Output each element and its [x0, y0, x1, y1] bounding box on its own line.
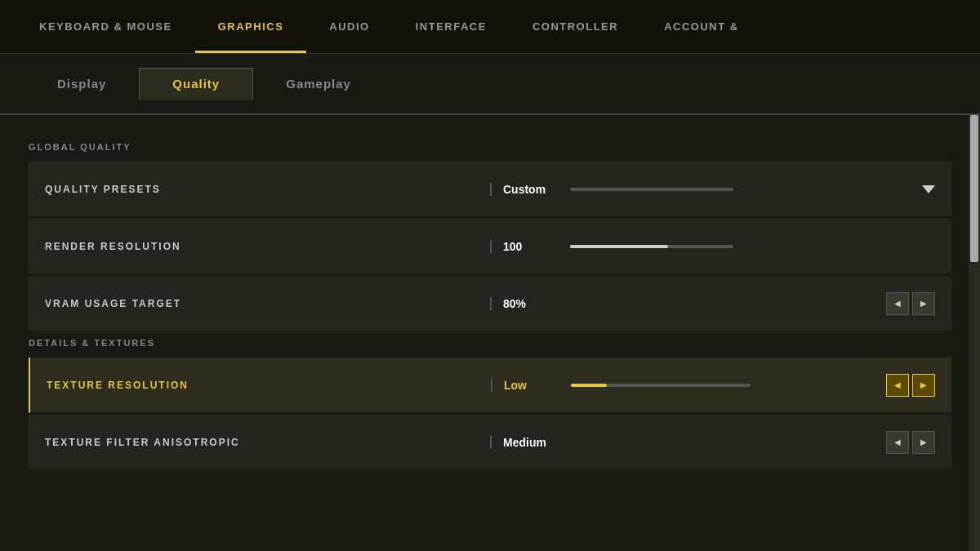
row-label-texture-resolution: TEXTURE RESOLUTION [47, 380, 491, 391]
arrow-left-texture-resolution[interactable]: ◀ [886, 374, 909, 397]
slider-track-render-resolution[interactable] [570, 245, 733, 248]
row-value-texture-resolution: Low [491, 379, 556, 392]
settings-row-texture-resolution: TEXTURE RESOLUTIONLow◀▶ [29, 358, 951, 413]
top-nav-item-keyboard-mouse[interactable]: KEYBOARD & MOUSE [16, 0, 195, 53]
row-value-area-render-resolution: 100 [490, 240, 935, 253]
arrow-controls-vram-usage-target: ◀▶ [886, 292, 935, 315]
row-value-area-texture-filter-anisotropic: Medium◀▶ [490, 431, 935, 454]
arrow-controls-texture-filter-anisotropic: ◀▶ [886, 431, 935, 454]
top-nav-item-graphics[interactable]: GRAPHICS [195, 0, 307, 53]
row-value-render-resolution: 100 [490, 240, 555, 253]
sub-tabs: DisplayQualityGameplay [0, 54, 980, 115]
row-label-quality-presets: QUALITY PRESETS [45, 184, 490, 195]
settings-row-vram-usage-target: VRAM USAGE TARGET80%◀▶ [29, 276, 951, 331]
section-header-global-quality: GLOBAL QUALITY [29, 142, 951, 152]
slider-fill-render-resolution [570, 245, 668, 248]
arrow-right-texture-filter-anisotropic[interactable]: ▶ [912, 431, 935, 454]
slider-track-texture-resolution[interactable] [571, 384, 751, 387]
scrollbar-thumb[interactable] [970, 115, 978, 262]
sub-tab-quality[interactable]: Quality [139, 68, 253, 100]
slider-track-quality-presets [570, 188, 733, 191]
main-content: GLOBAL QUALITYQUALITY PRESETSCustomRENDE… [0, 115, 980, 551]
row-label-vram-usage-target: VRAM USAGE TARGET [45, 298, 490, 309]
arrow-right-texture-resolution[interactable]: ▶ [912, 374, 935, 397]
row-value-area-texture-resolution: Low◀▶ [491, 374, 935, 397]
row-value-vram-usage-target: 80% [490, 297, 555, 310]
top-nav-item-interface[interactable]: INTERFACE [393, 0, 510, 53]
row-value-area-quality-presets: Custom [490, 183, 935, 196]
sub-tab-gameplay[interactable]: Gameplay [253, 69, 384, 99]
dropdown-arrow-quality-presets[interactable] [922, 185, 935, 193]
slider-fill-texture-resolution [571, 384, 607, 387]
top-nav-item-controller[interactable]: CONTROLLER [510, 0, 641, 53]
row-value-area-vram-usage-target: 80%◀▶ [490, 292, 935, 315]
scrollbar[interactable] [969, 115, 980, 551]
top-nav-item-audio[interactable]: AUDIO [306, 0, 392, 53]
arrow-left-texture-filter-anisotropic[interactable]: ◀ [886, 431, 909, 454]
section-header-details-textures: DETAILS & TEXTURES [29, 338, 951, 348]
arrow-controls-texture-resolution: ◀▶ [886, 374, 935, 397]
row-label-render-resolution: RENDER RESOLUTION [45, 241, 490, 252]
row-value-quality-presets: Custom [490, 183, 555, 196]
settings-row-texture-filter-anisotropic: TEXTURE FILTER ANISOTROPICMedium◀▶ [29, 415, 951, 470]
arrow-right-vram-usage-target[interactable]: ▶ [912, 292, 935, 315]
row-value-texture-filter-anisotropic: Medium [490, 436, 555, 449]
settings-row-render-resolution: RENDER RESOLUTION100 [29, 219, 951, 274]
sub-tab-display[interactable]: Display [24, 69, 139, 99]
top-nav-item-account[interactable]: ACCOUNT & [641, 0, 762, 53]
settings-row-quality-presets: QUALITY PRESETSCustom [29, 162, 951, 217]
row-label-texture-filter-anisotropic: TEXTURE FILTER ANISOTROPIC [45, 437, 490, 448]
arrow-left-vram-usage-target[interactable]: ◀ [886, 292, 909, 315]
top-navigation: KEYBOARD & MOUSEGRAPHICSAUDIOINTERFACECO… [0, 0, 980, 54]
